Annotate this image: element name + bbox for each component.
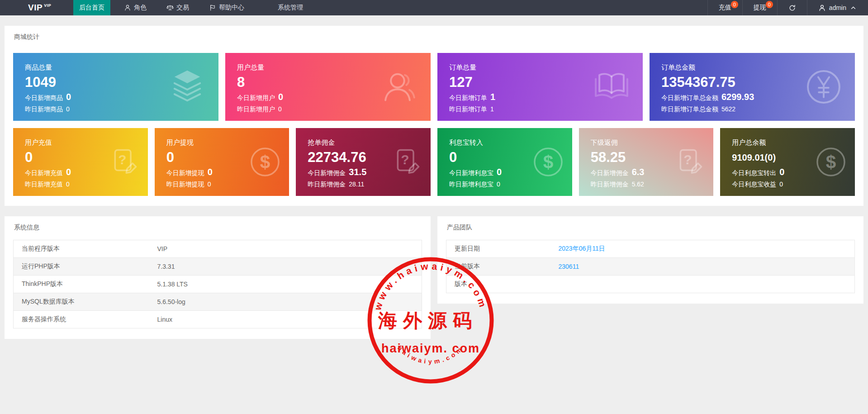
recharge-label: 充值: [719, 4, 731, 12]
card-line-label: 今日新增利息宝: [449, 169, 493, 176]
table-row: ThinkPHP版本5.1.38 LTS: [14, 276, 422, 293]
svg-text:$: $: [826, 152, 836, 172]
stamp-sub-text: haiwaiym. com: [381, 342, 480, 355]
card-line-value: 0: [278, 105, 282, 113]
stats-row-2: 用户充值 0 今日新增充值0 昨日新增充值0 ? 用户提现 0 今日新增提现0 …: [13, 128, 855, 196]
card-line-label: 今日新增订单总金额: [661, 94, 718, 101]
row-value: [550, 276, 855, 293]
panel-title: 产品团队: [447, 224, 855, 232]
card-line-label: 今日新增充值: [25, 169, 63, 176]
dollar-circle-icon: $: [248, 145, 282, 179]
row-value: VIP: [149, 240, 422, 258]
recharge-nav-button[interactable]: 充值 0: [707, 0, 742, 15]
dollar-circle-icon: $: [814, 145, 848, 179]
card-line-label: 昨日新增提现: [166, 181, 204, 188]
withdraw-label: 提现: [754, 4, 766, 12]
dollar-circle-icon: $: [531, 145, 565, 179]
layers-icon: [168, 67, 207, 106]
card-line-value: 0: [278, 92, 283, 102]
svg-text:?: ?: [684, 152, 692, 167]
section-title: 商城统计: [14, 33, 855, 41]
flag-icon: [209, 4, 216, 11]
order-question-icon: ?: [673, 145, 706, 179]
table-row: MySQL数据库版本5.6.50-log: [14, 293, 422, 311]
main-nav: 后台首页 角色 交易 帮助中心 系统管理: [73, 0, 317, 15]
table-row: 更新日期2023年06月11日: [446, 240, 855, 258]
card-line-value: 0: [66, 105, 70, 113]
admin-menu[interactable]: admin: [807, 0, 868, 15]
card-line-value: 6299.93: [721, 92, 754, 102]
stat-card-interest-in: 利息宝转入 0 今日新增利息宝0 昨日新增利息宝0 $: [437, 128, 572, 196]
current-version-link[interactable]: 230611: [559, 263, 579, 270]
svg-text:$: $: [260, 152, 270, 172]
stat-card-users-total: 用户总量 8 今日新增用户0 昨日新增用户0: [225, 53, 431, 121]
stat-card-sub-rebate: 下级返佣 58.25 今日新增佣金6.3 昨日新增佣金5.62 ?: [579, 128, 714, 196]
nav-item-trade[interactable]: 交易: [160, 0, 195, 15]
withdraw-nav-button[interactable]: 提现 0: [742, 0, 777, 15]
card-line-label: 昨日新增利息宝: [449, 181, 493, 188]
svg-text:$: $: [543, 152, 553, 172]
table-row: 运行PHP版本7.3.31: [14, 258, 422, 276]
yen-circle-icon: [804, 67, 843, 106]
person-icon: [124, 4, 131, 11]
row-label: 运行PHP版本: [14, 258, 149, 276]
recharge-badge: 0: [731, 1, 738, 8]
nav-item-home[interactable]: 后台首页: [73, 0, 110, 15]
card-line-label: 今日利息宝收益: [732, 181, 776, 188]
svg-text:?: ?: [401, 152, 409, 167]
card-line-label: 昨日新增订单总金额: [661, 105, 718, 113]
card-line-label: 昨日新增佣金: [591, 181, 629, 188]
refresh-button[interactable]: [777, 0, 807, 15]
stat-card-user-recharge: 用户充值 0 今日新增充值0 昨日新增充值0 ?: [13, 128, 148, 196]
card-line-value: 0: [66, 92, 71, 102]
card-line-value: 31.5: [349, 167, 366, 177]
card-line-label: 今日新增商品: [25, 94, 63, 101]
users-icon: [380, 67, 419, 106]
card-line-value: 0: [497, 167, 502, 177]
stat-card-order-commission: 抢单佣金 22734.76 今日新增佣金31.5 昨日新增佣金28.11 ?: [296, 128, 431, 196]
stat-card-user-withdraw: 用户提现 0 今日新增提现0 昨日新增提现0 $: [155, 128, 289, 196]
stat-card-orders-total: 订单总量 127 今日新增订单1 昨日新增订单1: [437, 53, 643, 121]
app-logo[interactable]: VIPVIP: [0, 0, 73, 15]
admin-dashboard-page: VIPVIP 后台首页 角色 交易 帮助中心 系统管理: [0, 0, 868, 414]
stat-card-order-amount: 订单总金额 1354367.75 今日新增订单总金额6299.93 昨日新增订单…: [650, 53, 855, 121]
card-line-label: 昨日新增用户: [237, 105, 275, 113]
card-line-value: 0: [66, 167, 71, 177]
table-row: 当前程序版本VIP: [14, 240, 422, 258]
card-line-label: 昨日新增商品: [25, 105, 63, 113]
card-line-label: 今日新增佣金: [308, 169, 346, 176]
nav-item-roles[interactable]: 角色: [118, 0, 153, 15]
row-label: 服务器操作系统: [14, 311, 149, 328]
card-line-value: 5622: [721, 105, 735, 113]
update-date-link[interactable]: 2023年06月11日: [559, 245, 605, 252]
card-line-label: 今日新增订单: [449, 94, 487, 101]
card-line-label: 昨日新增充值: [25, 181, 63, 188]
withdraw-badge: 0: [766, 1, 773, 8]
stats-row-1: 商品总量 1049 今日新增商品0 昨日新增商品0 用户总量 8 今日新增用户0…: [13, 53, 855, 121]
card-line-value: 0: [208, 181, 211, 188]
stamp-center-text: 海外源码: [378, 309, 478, 332]
nav-item-label: 交易: [176, 4, 189, 12]
card-line-value: 0: [208, 167, 213, 177]
nav-item-label: 角色: [134, 4, 147, 12]
watermark-stamp: www.haiwaiym.com 海外源码 haiwaiym. com haiw…: [366, 256, 495, 385]
card-line-value: 28.11: [349, 181, 364, 188]
panel-title: 系统信息: [14, 224, 422, 232]
card-line-value: 0: [779, 167, 784, 177]
navbar-right: 充值 0 提现 0 admin: [707, 0, 868, 15]
table-row: 当前版本230611: [446, 258, 855, 276]
person-icon: [818, 4, 826, 12]
order-question-icon: ?: [390, 145, 423, 179]
row-label: 当前程序版本: [14, 240, 149, 258]
nav-item-label: 帮助中心: [219, 4, 244, 12]
card-line-value: 0: [497, 181, 500, 188]
system-info-table: 当前程序版本VIP 运行PHP版本7.3.31 ThinkPHP版本5.1.38…: [13, 240, 422, 328]
nav-item-system[interactable]: 系统管理: [271, 0, 309, 15]
row-label: MySQL数据库版本: [14, 293, 149, 311]
top-navbar: VIPVIP 后台首页 角色 交易 帮助中心 系统管理: [0, 0, 868, 15]
card-line-value: 0: [66, 181, 70, 188]
table-row: 服务器操作系统Linux: [14, 311, 422, 328]
card-line-value: 0: [779, 181, 783, 188]
product-team-table: 更新日期2023年06月11日 当前版本230611 版本: [446, 240, 855, 293]
nav-item-help-center[interactable]: 帮助中心: [203, 0, 251, 15]
